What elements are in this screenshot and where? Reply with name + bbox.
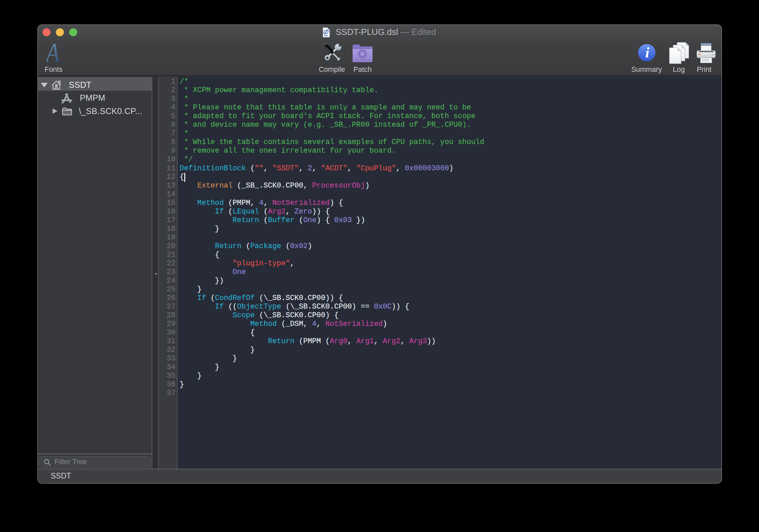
svg-text:i: i [645, 45, 650, 61]
svg-text:A: A [46, 43, 59, 63]
svg-text:DSL: DSL [324, 35, 328, 37]
